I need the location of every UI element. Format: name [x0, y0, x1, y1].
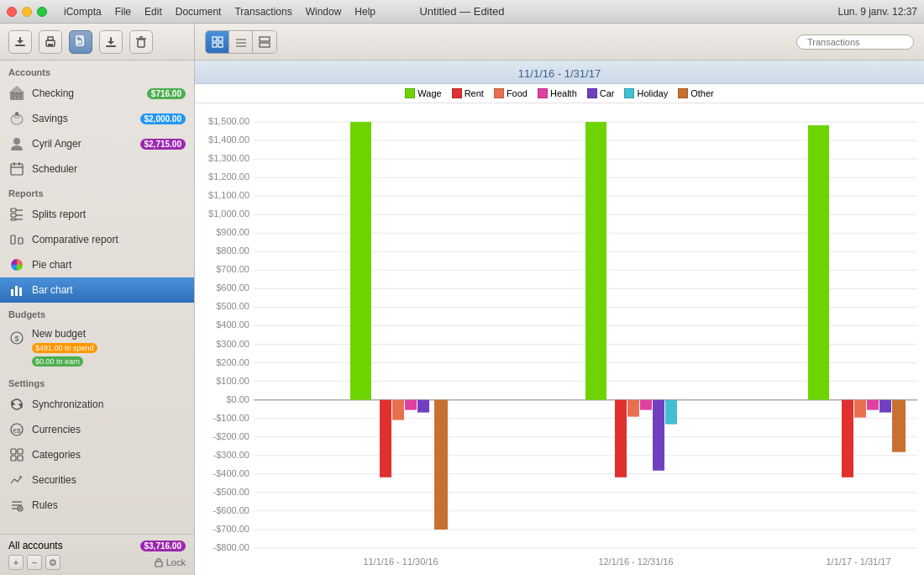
menu-transactions[interactable]: Transactions — [234, 6, 291, 18]
document-button[interactable] — [69, 30, 92, 54]
sidebar-item-scheduler[interactable]: Scheduler — [0, 156, 194, 182]
all-accounts-row: All accounts $3,716.00 — [8, 540, 186, 551]
view-list-button[interactable] — [229, 31, 253, 53]
print-button[interactable] — [39, 30, 62, 54]
svg-rect-48 — [18, 456, 23, 461]
menu-document[interactable]: Document — [176, 6, 222, 18]
menu-window[interactable]: Window — [306, 6, 342, 18]
sidebar-toolbar — [0, 24, 194, 61]
svg-text:$1,300.00: $1,300.00 — [208, 153, 249, 163]
svg-text:$400.00: $400.00 — [216, 319, 249, 330]
sidebar-item-sync[interactable]: Synchronization — [0, 392, 194, 417]
svg-rect-18 — [19, 93, 21, 98]
legend-wage-label: Wage — [417, 88, 441, 98]
pie-label: Pie chart — [32, 259, 186, 271]
svg-text:$100.00: $100.00 — [216, 376, 249, 386]
cyril-label: Cyril Anger — [32, 138, 140, 150]
svg-rect-59 — [218, 43, 223, 47]
menu-icompta[interactable]: iCompta — [64, 6, 102, 18]
sidebar-item-pie[interactable]: Pie chart — [0, 252, 194, 277]
traffic-lights — [7, 7, 47, 17]
svg-marker-2 — [17, 40, 24, 44]
close-button[interactable] — [7, 7, 17, 17]
svg-rect-12 — [138, 40, 144, 47]
sidebar-item-categories[interactable]: Categories — [0, 442, 194, 467]
categories-label: Categories — [32, 449, 186, 461]
bar-chart-icon — [8, 282, 25, 298]
svg-rect-5 — [48, 44, 53, 46]
svg-text:$1,000.00: $1,000.00 — [208, 208, 249, 219]
svg-text:$200.00: $200.00 — [216, 357, 249, 367]
lock-label: Lock — [166, 557, 186, 567]
settings-button[interactable]: ⚙ — [45, 555, 60, 570]
car-color — [587, 88, 597, 98]
legend-car-label: Car — [600, 88, 615, 98]
menu-help[interactable]: Help — [354, 6, 375, 18]
svg-text:$0.00: $0.00 — [226, 394, 249, 404]
legend-other: Other — [678, 88, 714, 98]
x-label-2: 12/1/16 - 12/31/16 — [598, 557, 673, 567]
view-grid-button[interactable] — [206, 31, 229, 53]
svg-rect-0 — [15, 45, 25, 46]
svg-text:$1,200.00: $1,200.00 — [208, 171, 249, 182]
legend-car: Car — [587, 88, 615, 98]
scheduler-label: Scheduler — [32, 163, 186, 175]
svg-text:-$500.00: -$500.00 — [213, 487, 249, 497]
sidebar-item-checking[interactable]: Checking $716.00 — [0, 81, 194, 106]
sidebar-item-bar[interactable]: Bar chart — [0, 277, 194, 303]
holiday-color — [624, 88, 634, 98]
minimize-button[interactable] — [22, 7, 32, 17]
menu-edit[interactable]: Edit — [144, 6, 162, 18]
x-label-3: 1/1/17 - 1/31/17 — [827, 557, 891, 567]
all-accounts-label: All accounts — [8, 540, 63, 551]
search-input[interactable] — [807, 37, 923, 47]
comparative-label: Comparative report — [32, 234, 186, 245]
maximize-button[interactable] — [37, 7, 47, 17]
currencies-label: Currencies — [32, 424, 186, 435]
sidebar-item-cyril[interactable]: Cyril Anger $2,715.00 — [0, 131, 194, 156]
svg-text:$600.00: $600.00 — [216, 282, 249, 293]
budget-label: New budget — [32, 328, 186, 340]
wage-color — [405, 88, 415, 98]
budget-earn-badge: $0.00 to earn — [32, 356, 83, 367]
app-container: Accounts Checking $716.00 Savings $2,000… — [0, 24, 924, 575]
bar-g1-other — [434, 400, 448, 530]
remove-account-button[interactable]: − — [27, 555, 42, 570]
svg-rect-36 — [11, 289, 13, 296]
svg-text:$700.00: $700.00 — [216, 264, 249, 274]
sidebar-item-comparative[interactable]: Comparative report — [0, 227, 194, 252]
sidebar-item-splits[interactable]: Splits report — [0, 202, 194, 227]
splits-label: Splits report — [32, 208, 186, 220]
add-account-button[interactable]: + — [8, 555, 24, 570]
svg-rect-30 — [11, 219, 16, 220]
titlebar-right: Lun. 9 janv. 12:37 — [837, 6, 917, 18]
sidebar-item-currencies[interactable]: €$ Currencies — [0, 417, 194, 442]
categories-icon — [8, 446, 25, 463]
search-box[interactable] — [796, 34, 914, 50]
svg-rect-9 — [106, 45, 116, 47]
sidebar-item-securities[interactable]: Securities — [0, 467, 194, 493]
sidebar-item-budget[interactable]: $ New budget $481.00 to spend $0.00 to e… — [0, 323, 194, 372]
lock-badge: Lock — [154, 557, 186, 567]
menu-file[interactable]: File — [115, 6, 131, 18]
sidebar-item-savings[interactable]: Savings $2,000.00 — [0, 106, 194, 131]
all-accounts-badge: $3,716.00 — [140, 541, 186, 551]
sidebar-item-rules[interactable]: Rules — [0, 493, 194, 518]
import-button[interactable] — [8, 30, 32, 54]
main-toolbar — [195, 24, 924, 61]
settings-header: Settings — [0, 372, 194, 392]
sidebar-content: Accounts Checking $716.00 Savings $2,000… — [0, 61, 194, 534]
download-button[interactable] — [99, 30, 123, 54]
svg-text:$1,400.00: $1,400.00 — [208, 135, 249, 145]
svg-rect-37 — [15, 286, 18, 296]
svg-text:$1,100.00: $1,100.00 — [208, 190, 249, 200]
svg-rect-38 — [19, 288, 22, 296]
legend-wage: Wage — [405, 88, 441, 98]
pie-chart-icon — [8, 256, 25, 273]
rent-color — [452, 88, 462, 98]
accounts-header: Accounts — [0, 61, 194, 81]
view-split-button[interactable] — [253, 31, 276, 53]
rules-icon — [8, 497, 25, 514]
delete-button[interactable] — [129, 30, 153, 54]
svg-rect-63 — [260, 37, 270, 41]
